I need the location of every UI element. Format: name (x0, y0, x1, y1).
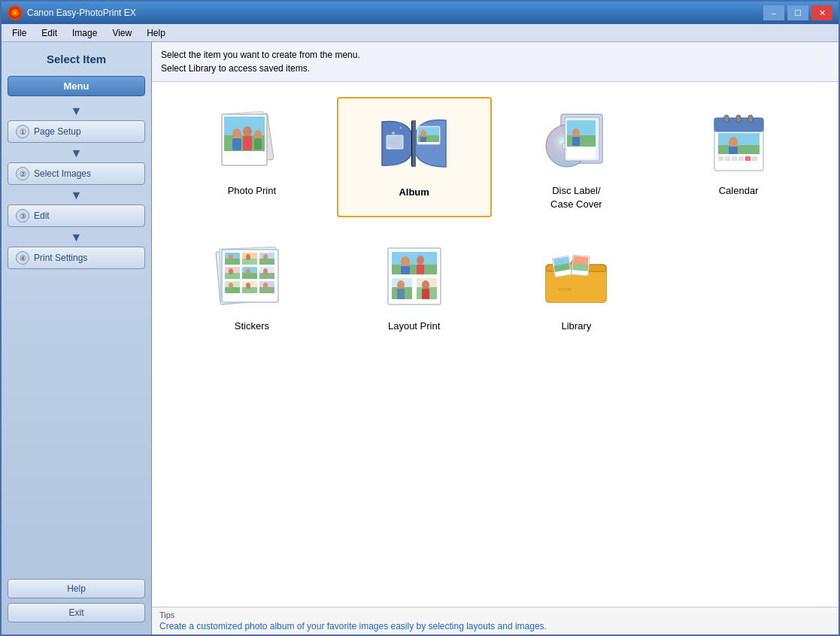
step-number-3: ③ (16, 209, 29, 223)
svg-rect-106 (573, 264, 589, 272)
item-calendar[interactable]: 7 Calendar (661, 97, 816, 217)
sidebar: Select Item Menu ▼ ① Page Setup ▼ ② Sele… (2, 42, 152, 634)
svg-point-91 (417, 256, 424, 265)
svg-rect-37 (572, 137, 580, 146)
svg-rect-35 (567, 135, 596, 147)
svg-rect-75 (259, 273, 274, 279)
svg-point-67 (263, 254, 268, 260)
svg-text:7: 7 (747, 157, 749, 162)
svg-rect-66 (259, 259, 274, 265)
svg-point-36 (572, 129, 580, 138)
svg-point-99 (422, 280, 429, 289)
arrow-down-1: ▼ (8, 104, 145, 118)
close-button[interactable]: ✕ (811, 5, 832, 20)
svg-rect-43 (736, 115, 741, 123)
step-select-images[interactable]: ② Select Images (8, 162, 145, 185)
disc-label-text: Disc Label/Case Cover (550, 184, 602, 211)
step-print-settings[interactable]: ④ Print Settings (8, 247, 145, 269)
menu-view[interactable]: View (105, 26, 139, 40)
svg-rect-60 (225, 259, 240, 265)
step-page-setup[interactable]: ① Page Setup (8, 120, 145, 143)
disc-label-icon (535, 103, 617, 178)
svg-rect-48 (729, 147, 738, 154)
svg-point-64 (246, 254, 250, 260)
minimize-button[interactable]: – (763, 5, 784, 20)
photo-print-icon (211, 103, 293, 178)
layout-print-icon (373, 238, 456, 313)
svg-rect-38 (567, 147, 596, 159)
svg-rect-50 (725, 156, 730, 161)
svg-rect-21 (420, 137, 426, 142)
svg-point-23 (400, 126, 402, 129)
svg-point-76 (263, 268, 268, 274)
items-grid: Photo Print (152, 82, 838, 607)
instruction-line1: Select the item you want to create from … (161, 48, 829, 62)
tips-bar: Tips Create a customized photo album of … (152, 607, 838, 634)
svg-point-2 (14, 11, 17, 14)
svg-point-89 (401, 256, 410, 267)
svg-point-8 (232, 129, 241, 139)
step-label-2: Select Images (34, 168, 91, 179)
item-photo-print[interactable]: Photo Print (174, 97, 329, 217)
step-label-1: Page Setup (34, 126, 81, 137)
library-label: Library (562, 320, 592, 333)
svg-rect-52 (738, 156, 744, 161)
svg-rect-63 (242, 259, 257, 265)
menu-help[interactable]: Help (139, 26, 173, 40)
stickers-icon (211, 238, 293, 313)
content-area: Select the item you want to create from … (152, 42, 838, 634)
svg-rect-92 (417, 265, 424, 274)
item-layout-print[interactable]: Layout Print (337, 232, 492, 339)
exit-button[interactable]: Exit (8, 603, 145, 622)
app-icon (8, 5, 23, 20)
svg-rect-9 (232, 138, 241, 150)
item-disc-label[interactable]: Disc Label/Case Cover (499, 97, 654, 217)
svg-rect-96 (397, 289, 405, 299)
library-icon: www (535, 238, 617, 313)
title-text: Canon Easy-PhotoPrint EX (27, 8, 136, 18)
svg-point-79 (229, 283, 233, 289)
stickers-label: Stickers (235, 320, 269, 333)
sidebar-title: Select Item (8, 50, 145, 68)
item-library[interactable]: www Library (499, 232, 654, 339)
svg-rect-14 (224, 151, 265, 163)
svg-rect-41 (714, 127, 763, 132)
calendar-label: Calendar (719, 184, 759, 198)
svg-rect-51 (732, 156, 737, 161)
menu-edit[interactable]: Edit (34, 26, 65, 40)
menu-file[interactable]: File (5, 26, 34, 40)
svg-rect-78 (225, 287, 240, 293)
svg-rect-88 (392, 265, 437, 274)
step-number-1: ① (16, 125, 29, 138)
svg-point-61 (229, 254, 233, 260)
photo-print-label: Photo Print (228, 184, 276, 198)
svg-rect-81 (242, 287, 257, 293)
svg-rect-90 (401, 266, 410, 274)
menu-bar: File Edit Image View Help (2, 24, 838, 42)
svg-point-47 (729, 137, 738, 147)
maximize-button[interactable]: ☐ (787, 5, 808, 20)
help-button[interactable]: Help (8, 579, 145, 598)
svg-rect-44 (748, 115, 753, 123)
svg-point-22 (392, 132, 395, 135)
menu-image[interactable]: Image (65, 26, 105, 40)
window-controls: – ☐ ✕ (763, 5, 832, 20)
svg-rect-84 (259, 287, 274, 293)
step-number-2: ② (16, 167, 29, 180)
step-edit[interactable]: ③ Edit (8, 204, 145, 227)
step-label-4: Print Settings (34, 253, 87, 263)
item-stickers[interactable]: Stickers (174, 232, 329, 339)
svg-rect-42 (724, 115, 729, 123)
svg-text:www: www (558, 286, 572, 292)
title-bar-left: Canon Easy-PhotoPrint EX (8, 5, 136, 20)
svg-point-85 (263, 283, 268, 289)
item-album[interactable]: Album (337, 97, 492, 217)
svg-rect-13 (254, 138, 262, 150)
menu-button[interactable]: Menu (8, 76, 145, 96)
svg-rect-72 (242, 273, 257, 279)
layout-print-label: Layout Print (388, 320, 440, 333)
svg-point-12 (254, 130, 262, 139)
step-label-3: Edit (34, 210, 50, 221)
album-label: Album (399, 186, 429, 199)
svg-point-20 (420, 130, 426, 138)
